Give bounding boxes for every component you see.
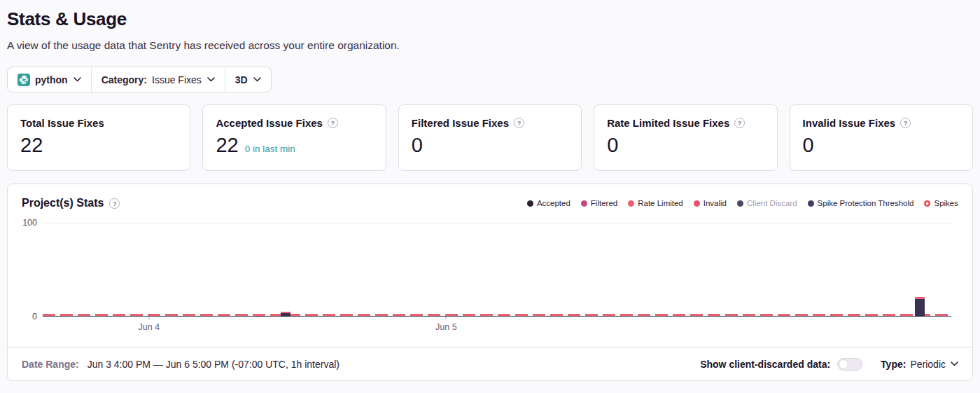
legend-item-invalid[interactable]: Invalid [694,199,727,207]
legend-dot [527,200,533,207]
help-icon[interactable]: ? [734,118,745,128]
legend-dot [581,200,587,207]
x-axis-tick [148,317,149,319]
chart-bar-rate-limited [281,312,290,312]
type-select-label: Type: [881,359,906,370]
stat-card-value: 0 [803,134,814,157]
project-filter-label: python [35,74,68,85]
filter-bar: python Category: Issue Fixes 3D [7,67,272,92]
stat-card-title: Accepted Issue Fixes [216,117,323,129]
page-title: Stats & Usage [7,8,973,30]
stat-card-value: 0 [412,134,423,157]
help-icon[interactable]: ? [514,118,524,128]
legend-item-spikes[interactable]: Spikes [924,199,958,207]
x-axis-tick-label: Jun 4 [139,322,160,332]
category-filter-value: Issue Fixes [152,74,202,85]
interval-filter-button[interactable]: 3D [225,67,271,92]
stat-card-accepted: Accepted Issue Fixes ? 22 0 in last min [202,104,386,171]
legend-label: Accepted [537,199,570,207]
stat-card-total: Total Issue Fixes 22 [7,104,190,171]
stat-card-rate-limited: Rate Limited Issue Fixes ? 0 [594,104,777,171]
legend-dot [694,200,700,207]
project-filter-button[interactable]: python [8,67,92,92]
date-range-value: Jun 3 4:00 PM — Jun 6 5:00 PM (-07:00 UT… [88,359,340,370]
chart-bar-rate-limited [915,297,925,299]
legend-label: Filtered [591,199,617,207]
stat-card-live-rate: 0 in last min [245,144,295,154]
stat-card-title: Invalid Issue Fixes [803,117,896,129]
type-select-value: Periodic [910,359,946,370]
legend-label: Spikes [934,199,958,207]
gridline [43,223,951,223]
project-stats-panel: Project(s) Stats ? AcceptedFilteredRate … [7,184,973,381]
stat-card-value: 22 [20,134,43,157]
category-filter-label: Category: [102,74,147,85]
legend-dot [924,200,930,207]
stat-card-filtered: Filtered Issue Fixes ? 0 [398,104,582,171]
spike-protection-threshold-line [43,314,951,316]
toggle-knob [839,359,848,369]
legend-dot [808,200,814,207]
category-filter-button[interactable]: Category: Issue Fixes [92,67,225,92]
stat-card-value: 22 [216,134,238,157]
stat-card-title: Rate Limited Issue Fixes [607,117,729,129]
chart-area: 100 0 Jun 4Jun 5 [8,211,972,347]
legend-label: Client Discard [747,199,797,207]
stat-card-title: Total Issue Fixes [20,117,104,129]
legend-item-accepted[interactable]: Accepted [527,199,570,207]
legend-item-filtered[interactable]: Filtered [581,199,617,207]
legend-dot [628,200,634,207]
chart-bar-accepted [255,316,265,317]
chart-title: Project(s) Stats [22,197,104,209]
page-subtitle: A view of the usage data that Sentry has… [7,39,973,52]
x-axis-tick [446,317,447,319]
chart-footer: Date Range: Jun 3 4:00 PM — Jun 6 5:00 P… [8,347,972,380]
client-discard-toggle[interactable] [837,358,862,371]
type-select[interactable]: Type: Periodic [881,359,958,370]
legend-dot [737,200,743,207]
legend-label: Invalid [704,199,727,207]
python-platform-icon [18,74,30,86]
y-axis-tick-label: 100 [8,218,37,228]
chevron-down-icon [207,77,215,82]
chart-plot[interactable]: Jun 4Jun 5 [43,223,951,317]
interval-filter-label: 3D [235,74,248,85]
legend-label: Spike Protection Threshold [818,199,914,207]
legend-item-rate-limited[interactable]: Rate Limited [628,199,683,207]
client-discard-toggle-label: Show client-discarded data: [700,359,830,370]
y-axis-tick-label: 0 [8,312,37,322]
legend-item-client-discard[interactable]: Client Discard [737,199,797,207]
stat-card-invalid: Invalid Issue Fixes ? 0 [790,104,973,171]
help-icon[interactable]: ? [900,118,911,128]
chart-legend: AcceptedFilteredRate LimitedInvalidClien… [527,199,958,207]
help-icon[interactable]: ? [109,198,120,209]
stat-card-title: Filtered Issue Fixes [412,117,509,129]
date-range-label: Date Range: [22,359,79,370]
legend-label: Rate Limited [638,199,683,207]
stat-card-value: 0 [607,134,618,157]
legend-item-spike-protection-threshold[interactable]: Spike Protection Threshold [808,199,914,207]
chevron-down-icon [951,361,958,366]
chart-bar-rate-limited [255,314,265,316]
help-icon[interactable]: ? [328,118,338,128]
chart-bar-accepted [281,313,290,317]
chart-bar-accepted [915,299,925,317]
stats-usage-page: Stats & Usage A view of the usage data t… [0,8,980,381]
chevron-down-icon [74,77,81,82]
x-axis-tick-label: Jun 5 [435,322,457,332]
stat-cards-row: Total Issue Fixes 22 Accepted Issue Fixe… [7,104,973,171]
chevron-down-icon [253,77,261,82]
